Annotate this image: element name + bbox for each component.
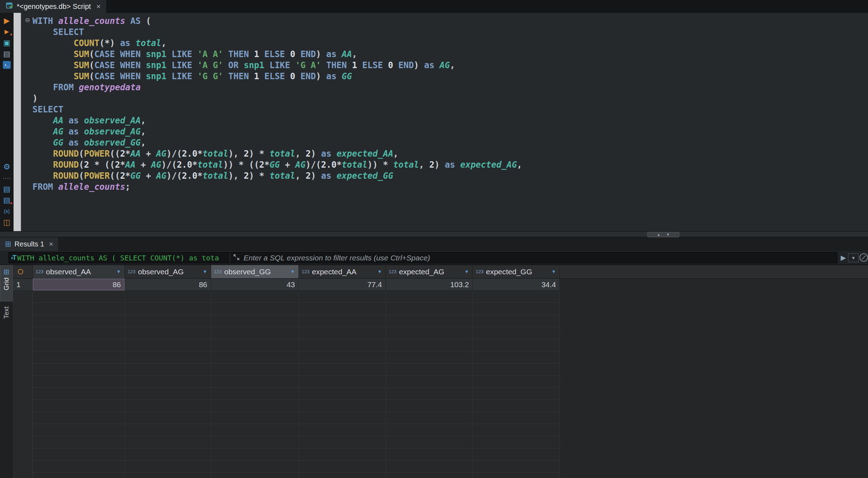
code-line[interactable]: SUM(CASE WHEN snp1 LIKE 'A G' OR snp1 LI… (32, 60, 522, 71)
grid-empty-row[interactable] (13, 303, 560, 315)
code-line[interactable]: GG as observed_GG, (32, 137, 522, 148)
row-header-1[interactable]: 1 (13, 279, 33, 291)
presentation-tab-text[interactable]: Text (0, 302, 13, 329)
splitter-up-icon[interactable]: ▲ (657, 233, 660, 237)
column-dropdown-icon[interactable]: ▼ (116, 269, 121, 274)
layout-panels-icon[interactable]: ◫ (0, 217, 14, 228)
open-sql-console-icon[interactable]: ›_ (0, 59, 14, 70)
filter-history-dropdown-icon[interactable]: ▾ (848, 253, 859, 262)
column-header-expected_AG[interactable]: 123expected_AG▼ (386, 265, 473, 279)
results-tab-close-icon[interactable]: × (49, 240, 53, 248)
grid-empty-row[interactable] (13, 291, 560, 303)
save-script-icon[interactable]: ▤ (0, 183, 14, 194)
grid-empty-row[interactable] (13, 376, 560, 388)
column-header-expected_GG[interactable]: 123expected_GG▼ (473, 265, 560, 279)
editor-tab[interactable]: *<genotypes.db> Script × (0, 0, 106, 13)
settings-gear-icon[interactable]: ⚙ (0, 161, 14, 172)
column-header-observed_AG[interactable]: 123observed_AG▼ (125, 265, 211, 279)
code-line[interactable]: SUM(CASE WHEN snp1 LIKE 'G G' THEN 1 ELS… (32, 71, 522, 82)
grid-icon: ⊞ (5, 240, 11, 248)
execute-script-icon[interactable]: ▶+ (0, 26, 14, 37)
code-line[interactable]: ROUND(POWER((2*AA + AG)/(2.0*total), 2) … (32, 148, 522, 159)
grid-tab-label: Grid (2, 278, 10, 290)
cell-observed_GG[interactable]: 43 (211, 279, 299, 291)
sql-editor[interactable]: ⊖ WITH allele_counts AS ( SELECT COUNT(*… (21, 13, 868, 231)
code-line[interactable]: ROUND(POWER((2*GG + AG)/(2.0*total), 2) … (32, 171, 522, 182)
cell-expected_AA[interactable]: 77.4 (299, 279, 386, 291)
presentation-switch-strip: ⊞ Grid Text (0, 265, 13, 478)
explain-plan-icon[interactable]: ▤ (0, 48, 14, 59)
script-error-icon[interactable]: ▤● (0, 194, 14, 205)
execute-statement-icon[interactable]: ▶ (0, 15, 14, 26)
filter-input[interactable]: ‹T WITH allele_counts AS ( SELECT COUNT(… (9, 252, 837, 263)
results-filter-bar: ‹T WITH allele_counts AS ( SELECT COUNT(… (0, 251, 868, 265)
column-dropdown-icon[interactable]: ▼ (551, 269, 556, 274)
code-line[interactable]: SELECT (32, 27, 522, 38)
grid-empty-row[interactable] (13, 461, 560, 473)
cell-observed_AG[interactable]: 86 (125, 279, 211, 291)
editor-tab-close-icon[interactable]: × (96, 2, 101, 11)
grid-row-1: 86864377.4103.234.4 (33, 279, 560, 291)
code-line[interactable]: ) (32, 93, 522, 104)
applied-query-text: WITH allele_counts AS ( SELECT COUNT(*) … (17, 254, 228, 262)
text-tab-label: Text (2, 306, 10, 319)
editor-results-splitter[interactable]: ▲ ▼ (0, 231, 868, 237)
cell-expected_AG[interactable]: 103.2 (386, 279, 473, 291)
column-header-observed_GG[interactable]: 123observed_GG▼ (211, 265, 299, 279)
grid-empty-row[interactable] (13, 339, 560, 351)
grid-empty-rows (13, 291, 560, 478)
code-line[interactable]: ROUND(2 * ((2*AA + AG)/(2.0*total)) * ((… (32, 159, 522, 171)
grid-empty-row[interactable] (13, 424, 560, 436)
column-dropdown-icon[interactable]: ▼ (290, 269, 295, 274)
results-tab[interactable]: ⊞ Results 1 × (0, 237, 58, 251)
code-line[interactable]: COUNT(*) as total, (32, 38, 522, 49)
grid-empty-row[interactable] (13, 327, 560, 339)
grid-empty-row[interactable] (13, 436, 560, 448)
code-line[interactable]: AA as observed_AA, (32, 115, 522, 126)
splitter-down-icon[interactable]: ▼ (666, 233, 670, 237)
grid-header-filler (560, 265, 868, 279)
key-indicator-icon (18, 269, 23, 274)
variables-icon[interactable]: (x) (0, 205, 14, 217)
grid-empty-row[interactable] (13, 351, 560, 363)
cell-observed_AA[interactable]: 86 (33, 279, 125, 291)
grid-empty-row[interactable] (13, 363, 560, 376)
overflow-dots-icon[interactable]: ···· (0, 172, 14, 183)
editor-tab-bar: *<genotypes.db> Script × (0, 0, 868, 13)
column-dropdown-icon[interactable]: ▼ (203, 269, 207, 274)
select-all-corner[interactable] (13, 265, 33, 279)
results-grid-section: ⊞ Grid Text 123observed_AA▼123observed_A… (0, 265, 868, 478)
grid-empty-row[interactable] (13, 388, 560, 400)
fold-collapse-icon[interactable]: ⊖ (25, 17, 30, 23)
code-line[interactable]: FROM genotypedata (32, 82, 522, 93)
code-area: WITH allele_counts AS ( SELECT COUNT(*) … (32, 16, 522, 193)
column-header-expected_AA[interactable]: 123expected_AA▼ (299, 265, 386, 279)
execute-new-tab-icon[interactable]: ▣ (0, 37, 14, 48)
column-header-observed_AA[interactable]: 123observed_AA▼ (33, 265, 125, 279)
column-dropdown-icon[interactable]: ▼ (377, 269, 382, 274)
grid-empty-row[interactable] (13, 412, 560, 424)
code-line[interactable]: AG as observed_AG, (32, 126, 522, 137)
presentation-tab-grid[interactable]: ⊞ Grid (0, 265, 13, 301)
code-line[interactable]: SELECT (32, 104, 522, 115)
grid-icon: ⊞ (4, 268, 10, 276)
column-dropdown-icon[interactable]: ▼ (464, 269, 469, 274)
filter-divider (230, 253, 230, 263)
code-line[interactable]: WITH allele_counts AS ( (32, 16, 522, 27)
clear-filter-icon[interactable] (859, 253, 868, 262)
apply-filter-icon[interactable]: ▶ (841, 254, 846, 262)
grid-empty-row[interactable] (13, 400, 560, 412)
code-line[interactable]: SUM(CASE WHEN snp1 LIKE 'A A' THEN 1 ELS… (32, 49, 522, 60)
splitter-collapse-control[interactable]: ▲ ▼ (647, 232, 679, 237)
editor-toolbar: ▶▶+▣▤›_ ⚙····▤▤●(x)◫ (0, 13, 14, 231)
cell-expected_GG[interactable]: 34.4 (473, 279, 560, 291)
editor-toolbar-top: ▶▶+▣▤›_ (0, 15, 14, 70)
grid-empty-row[interactable] (13, 473, 560, 478)
grid-empty-row[interactable] (13, 448, 560, 461)
expand-filter-icon[interactable] (233, 254, 240, 262)
code-line[interactable]: FROM allele_counts; (32, 182, 522, 193)
grid-empty-row[interactable] (13, 315, 560, 327)
filter-placeholder: Enter a SQL expression to filter results… (244, 254, 430, 262)
editor-toolbar-bottom: ⚙····▤▤●(x)◫ (0, 161, 14, 228)
sql-filter-icon: ‹T (11, 254, 16, 261)
